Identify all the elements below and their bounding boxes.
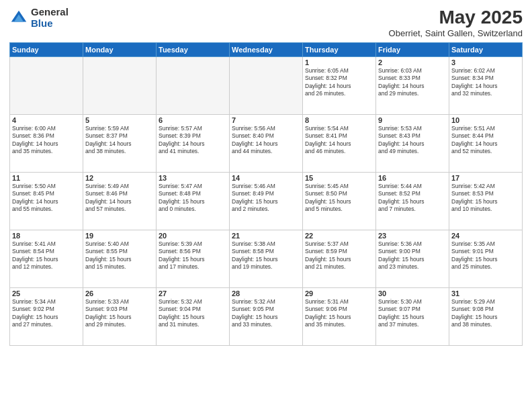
- calendar-week-row: 18Sunrise: 5:41 AM Sunset: 8:54 PM Dayli…: [10, 230, 523, 288]
- day-info: Sunrise: 6:03 AM Sunset: 8:33 PM Dayligh…: [378, 67, 447, 98]
- weekday-header: Tuesday: [157, 43, 230, 57]
- calendar-cell: 23Sunrise: 5:36 AM Sunset: 9:00 PM Dayli…: [376, 230, 449, 288]
- calendar-cell: 22Sunrise: 5:37 AM Sunset: 8:59 PM Dayli…: [303, 230, 376, 288]
- calendar-cell: 28Sunrise: 5:32 AM Sunset: 9:05 PM Dayli…: [230, 288, 303, 346]
- calendar-cell: 14Sunrise: 5:46 AM Sunset: 8:49 PM Dayli…: [230, 173, 303, 230]
- day-number: 27: [159, 289, 227, 298]
- calendar-cell: 5Sunrise: 5:59 AM Sunset: 8:37 PM Daylig…: [83, 115, 157, 173]
- day-number: 31: [451, 289, 520, 298]
- calendar-cell: 6Sunrise: 5:57 AM Sunset: 8:39 PM Daylig…: [157, 115, 230, 173]
- day-info: Sunrise: 5:46 AM Sunset: 8:49 PM Dayligh…: [232, 183, 300, 214]
- location-subtitle: Oberriet, Saint Gallen, Switzerland: [389, 28, 523, 38]
- day-number: 13: [159, 174, 227, 182]
- day-number: 8: [305, 116, 373, 124]
- day-info: Sunrise: 5:36 AM Sunset: 9:00 PM Dayligh…: [378, 240, 447, 271]
- day-info: Sunrise: 5:38 AM Sunset: 8:58 PM Dayligh…: [232, 240, 300, 271]
- calendar-cell: 25Sunrise: 5:34 AM Sunset: 9:02 PM Dayli…: [10, 288, 83, 346]
- calendar-cell: 12Sunrise: 5:49 AM Sunset: 8:46 PM Dayli…: [83, 173, 157, 230]
- day-info: Sunrise: 5:53 AM Sunset: 8:43 PM Dayligh…: [378, 125, 447, 156]
- calendar-cell: 3Sunrise: 6:02 AM Sunset: 8:34 PM Daylig…: [449, 57, 523, 115]
- day-number: 22: [305, 232, 373, 240]
- day-number: 17: [451, 174, 520, 182]
- day-info: Sunrise: 6:00 AM Sunset: 8:36 PM Dayligh…: [12, 125, 81, 156]
- calendar-cell: [157, 57, 230, 115]
- day-info: Sunrise: 5:32 AM Sunset: 9:05 PM Dayligh…: [232, 298, 300, 329]
- day-number: 1: [305, 58, 373, 66]
- calendar-cell: 11Sunrise: 5:50 AM Sunset: 8:45 PM Dayli…: [10, 173, 83, 230]
- calendar: SundayMondayTuesdayWednesdayThursdayFrid…: [9, 42, 523, 346]
- day-info: Sunrise: 5:49 AM Sunset: 8:46 PM Dayligh…: [85, 183, 154, 214]
- day-info: Sunrise: 5:41 AM Sunset: 8:54 PM Dayligh…: [12, 240, 81, 271]
- day-number: 19: [85, 232, 154, 240]
- day-number: 20: [159, 232, 227, 240]
- day-number: 10: [451, 116, 520, 124]
- day-number: 28: [232, 289, 300, 298]
- logo: General Blue: [9, 7, 69, 29]
- calendar-week-row: 25Sunrise: 5:34 AM Sunset: 9:02 PM Dayli…: [10, 288, 523, 346]
- day-info: Sunrise: 5:34 AM Sunset: 9:02 PM Dayligh…: [12, 298, 81, 329]
- calendar-week-row: 11Sunrise: 5:50 AM Sunset: 8:45 PM Dayli…: [10, 173, 523, 230]
- day-info: Sunrise: 5:56 AM Sunset: 8:40 PM Dayligh…: [232, 125, 300, 156]
- calendar-cell: 13Sunrise: 5:47 AM Sunset: 8:48 PM Dayli…: [157, 173, 230, 230]
- calendar-cell: 1Sunrise: 6:05 AM Sunset: 8:32 PM Daylig…: [303, 57, 376, 115]
- day-number: 3: [451, 58, 520, 66]
- calendar-cell: 20Sunrise: 5:39 AM Sunset: 8:56 PM Dayli…: [157, 230, 230, 288]
- calendar-cell: 9Sunrise: 5:53 AM Sunset: 8:43 PM Daylig…: [376, 115, 449, 173]
- calendar-cell: 21Sunrise: 5:38 AM Sunset: 8:58 PM Dayli…: [230, 230, 303, 288]
- day-number: 14: [232, 174, 300, 182]
- calendar-cell: 27Sunrise: 5:32 AM Sunset: 9:04 PM Dayli…: [157, 288, 230, 346]
- day-number: 26: [85, 289, 154, 298]
- day-number: 15: [305, 174, 373, 182]
- calendar-cell: 7Sunrise: 5:56 AM Sunset: 8:40 PM Daylig…: [230, 115, 303, 173]
- day-number: 5: [85, 116, 154, 124]
- day-number: 11: [12, 174, 81, 182]
- weekday-header: Thursday: [303, 43, 376, 57]
- day-info: Sunrise: 5:35 AM Sunset: 9:01 PM Dayligh…: [451, 240, 520, 271]
- calendar-cell: 26Sunrise: 5:33 AM Sunset: 9:03 PM Dayli…: [83, 288, 157, 346]
- title-block: May 2025 Oberriet, Saint Gallen, Switzer…: [389, 7, 523, 38]
- logo-text: General Blue: [31, 7, 69, 29]
- day-info: Sunrise: 5:39 AM Sunset: 8:56 PM Dayligh…: [159, 240, 227, 271]
- day-info: Sunrise: 5:47 AM Sunset: 8:48 PM Dayligh…: [159, 183, 227, 214]
- day-info: Sunrise: 5:57 AM Sunset: 8:39 PM Dayligh…: [159, 125, 227, 156]
- day-number: 24: [451, 232, 520, 240]
- day-info: Sunrise: 5:54 AM Sunset: 8:41 PM Dayligh…: [305, 125, 373, 156]
- day-info: Sunrise: 5:42 AM Sunset: 8:53 PM Dayligh…: [451, 183, 520, 214]
- day-info: Sunrise: 5:29 AM Sunset: 9:08 PM Dayligh…: [451, 298, 520, 329]
- logo-general: General: [31, 7, 69, 18]
- day-info: Sunrise: 5:51 AM Sunset: 8:44 PM Dayligh…: [451, 125, 520, 156]
- day-number: 18: [12, 232, 81, 240]
- calendar-week-row: 4Sunrise: 6:00 AM Sunset: 8:36 PM Daylig…: [10, 115, 523, 173]
- calendar-week-row: 1Sunrise: 6:05 AM Sunset: 8:32 PM Daylig…: [10, 57, 523, 115]
- day-number: 16: [378, 174, 447, 182]
- day-info: Sunrise: 5:40 AM Sunset: 8:55 PM Dayligh…: [85, 240, 154, 271]
- day-number: 4: [12, 116, 81, 124]
- day-info: Sunrise: 5:50 AM Sunset: 8:45 PM Dayligh…: [12, 183, 81, 214]
- day-info: Sunrise: 5:32 AM Sunset: 9:04 PM Dayligh…: [159, 298, 227, 329]
- calendar-cell: 30Sunrise: 5:30 AM Sunset: 9:07 PM Dayli…: [376, 288, 449, 346]
- logo-icon: [9, 9, 28, 28]
- day-number: 6: [159, 116, 227, 124]
- day-number: 23: [378, 232, 447, 240]
- day-info: Sunrise: 6:02 AM Sunset: 8:34 PM Dayligh…: [451, 67, 520, 98]
- day-number: 30: [378, 289, 447, 298]
- month-title: May 2025: [389, 7, 523, 28]
- page: General Blue May 2025 Oberriet, Saint Ga…: [0, 0, 532, 411]
- calendar-cell: 31Sunrise: 5:29 AM Sunset: 9:08 PM Dayli…: [449, 288, 523, 346]
- day-number: 29: [305, 289, 373, 298]
- weekday-header: Sunday: [10, 43, 83, 57]
- day-info: Sunrise: 5:45 AM Sunset: 8:50 PM Dayligh…: [305, 183, 373, 214]
- calendar-cell: 2Sunrise: 6:03 AM Sunset: 8:33 PM Daylig…: [376, 57, 449, 115]
- day-info: Sunrise: 5:44 AM Sunset: 8:52 PM Dayligh…: [378, 183, 447, 214]
- calendar-cell: 18Sunrise: 5:41 AM Sunset: 8:54 PM Dayli…: [10, 230, 83, 288]
- day-info: Sunrise: 5:30 AM Sunset: 9:07 PM Dayligh…: [378, 298, 447, 329]
- weekday-header: Monday: [83, 43, 157, 57]
- weekday-header: Wednesday: [230, 43, 303, 57]
- day-number: 21: [232, 232, 300, 240]
- day-info: Sunrise: 6:05 AM Sunset: 8:32 PM Dayligh…: [305, 67, 373, 98]
- calendar-cell: 24Sunrise: 5:35 AM Sunset: 9:01 PM Dayli…: [449, 230, 523, 288]
- day-info: Sunrise: 5:31 AM Sunset: 9:06 PM Dayligh…: [305, 298, 373, 329]
- weekday-header-row: SundayMondayTuesdayWednesdayThursdayFrid…: [10, 43, 523, 57]
- calendar-cell: 16Sunrise: 5:44 AM Sunset: 8:52 PM Dayli…: [376, 173, 449, 230]
- calendar-cell: [10, 57, 83, 115]
